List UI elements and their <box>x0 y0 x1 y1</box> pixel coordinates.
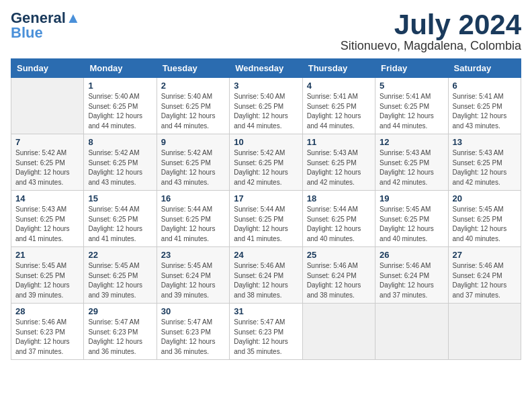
calendar-day-cell: 28Sunrise: 5:46 AMSunset: 6:23 PMDayligh… <box>11 304 84 360</box>
day-info: Sunrise: 5:47 AMSunset: 6:23 PMDaylight:… <box>234 318 298 357</box>
weekday-header-tuesday: Tuesday <box>157 59 229 78</box>
day-info: Sunrise: 5:46 AMSunset: 6:24 PMDaylight:… <box>453 261 517 300</box>
day-number: 24 <box>234 250 298 260</box>
day-info: Sunrise: 5:40 AMSunset: 6:25 PMDaylight:… <box>161 92 225 131</box>
day-info: Sunrise: 5:45 AMSunset: 6:25 PMDaylight:… <box>380 205 443 244</box>
day-info: Sunrise: 5:40 AMSunset: 6:25 PMDaylight:… <box>88 92 152 131</box>
day-info: Sunrise: 5:46 AMSunset: 6:24 PMDaylight:… <box>380 261 443 300</box>
calendar-week-row: 1Sunrise: 5:40 AMSunset: 6:25 PMDaylight… <box>11 78 521 134</box>
calendar-day-cell: 31Sunrise: 5:47 AMSunset: 6:23 PMDayligh… <box>230 304 302 360</box>
logo: General▲Blue <box>11 11 81 40</box>
day-info: Sunrise: 5:41 AMSunset: 6:25 PMDaylight:… <box>453 92 517 131</box>
calendar-day-cell: 20Sunrise: 5:45 AMSunset: 6:25 PMDayligh… <box>448 191 521 247</box>
calendar-day-cell: 8Sunrise: 5:42 AMSunset: 6:25 PMDaylight… <box>84 134 157 191</box>
day-info: Sunrise: 5:45 AMSunset: 6:25 PMDaylight:… <box>453 205 517 244</box>
day-number: 15 <box>88 193 152 203</box>
empty-day-cell <box>375 304 448 360</box>
day-info: Sunrise: 5:44 AMSunset: 6:25 PMDaylight:… <box>234 205 298 244</box>
day-number: 22 <box>88 250 152 260</box>
day-number: 31 <box>234 306 298 316</box>
day-info: Sunrise: 5:43 AMSunset: 6:25 PMDaylight:… <box>15 205 79 244</box>
day-number: 27 <box>453 250 517 260</box>
empty-day-cell <box>11 78 84 134</box>
weekday-header-sunday: Sunday <box>11 59 84 78</box>
weekday-header-thursday: Thursday <box>302 59 375 78</box>
day-number: 21 <box>15 250 79 260</box>
day-number: 7 <box>15 137 79 147</box>
day-info: Sunrise: 5:42 AMSunset: 6:25 PMDaylight:… <box>88 148 152 187</box>
weekday-header-wednesday: Wednesday <box>230 59 302 78</box>
day-number: 16 <box>161 193 225 203</box>
day-number: 1 <box>88 81 152 91</box>
calendar-day-cell: 2Sunrise: 5:40 AMSunset: 6:25 PMDaylight… <box>157 78 229 134</box>
day-number: 26 <box>380 250 443 260</box>
page-header: General▲Blue July 2024 Sitionuevo, Magda… <box>11 11 521 53</box>
calendar-day-cell: 17Sunrise: 5:44 AMSunset: 6:25 PMDayligh… <box>230 191 302 247</box>
calendar-week-row: 7Sunrise: 5:42 AMSunset: 6:25 PMDaylight… <box>11 134 521 191</box>
day-number: 8 <box>88 137 152 147</box>
day-info: Sunrise: 5:43 AMSunset: 6:25 PMDaylight:… <box>453 148 517 187</box>
weekday-header-monday: Monday <box>84 59 157 78</box>
day-number: 2 <box>161 81 225 91</box>
calendar-week-row: 21Sunrise: 5:45 AMSunset: 6:25 PMDayligh… <box>11 247 521 304</box>
weekday-header-saturday: Saturday <box>448 59 521 78</box>
calendar-day-cell: 13Sunrise: 5:43 AMSunset: 6:25 PMDayligh… <box>448 134 521 191</box>
day-info: Sunrise: 5:42 AMSunset: 6:25 PMDaylight:… <box>234 148 298 187</box>
day-number: 3 <box>234 81 298 91</box>
calendar-day-cell: 16Sunrise: 5:44 AMSunset: 6:25 PMDayligh… <box>157 191 229 247</box>
calendar-day-cell: 25Sunrise: 5:46 AMSunset: 6:24 PMDayligh… <box>302 247 375 304</box>
calendar-day-cell: 26Sunrise: 5:46 AMSunset: 6:24 PMDayligh… <box>375 247 448 304</box>
day-number: 30 <box>161 306 225 316</box>
calendar-day-cell: 22Sunrise: 5:45 AMSunset: 6:25 PMDayligh… <box>84 247 157 304</box>
day-info: Sunrise: 5:41 AMSunset: 6:25 PMDaylight:… <box>307 92 371 131</box>
day-number: 29 <box>88 306 152 316</box>
day-info: Sunrise: 5:44 AMSunset: 6:25 PMDaylight:… <box>307 205 371 244</box>
empty-day-cell <box>448 304 521 360</box>
calendar-day-cell: 14Sunrise: 5:43 AMSunset: 6:25 PMDayligh… <box>11 191 84 247</box>
calendar-week-row: 14Sunrise: 5:43 AMSunset: 6:25 PMDayligh… <box>11 191 521 247</box>
location-subtitle: Sitionuevo, Magdalena, Colombia <box>341 39 521 53</box>
day-number: 20 <box>453 193 517 203</box>
day-number: 12 <box>380 137 443 147</box>
calendar-week-row: 28Sunrise: 5:46 AMSunset: 6:23 PMDayligh… <box>11 304 521 360</box>
day-number: 13 <box>453 137 517 147</box>
calendar-day-cell: 23Sunrise: 5:45 AMSunset: 6:24 PMDayligh… <box>157 247 229 304</box>
day-info: Sunrise: 5:46 AMSunset: 6:23 PMDaylight:… <box>15 318 79 357</box>
calendar-day-cell: 4Sunrise: 5:41 AMSunset: 6:25 PMDaylight… <box>302 78 375 134</box>
day-number: 23 <box>161 250 225 260</box>
calendar-day-cell: 7Sunrise: 5:42 AMSunset: 6:25 PMDaylight… <box>11 134 84 191</box>
day-info: Sunrise: 5:45 AMSunset: 6:24 PMDaylight:… <box>161 261 225 300</box>
calendar-day-cell: 30Sunrise: 5:47 AMSunset: 6:23 PMDayligh… <box>157 304 229 360</box>
day-number: 17 <box>234 193 298 203</box>
day-info: Sunrise: 5:41 AMSunset: 6:25 PMDaylight:… <box>380 92 443 131</box>
weekday-header-friday: Friday <box>375 59 448 78</box>
weekday-header-row: SundayMondayTuesdayWednesdayThursdayFrid… <box>11 59 521 78</box>
empty-day-cell <box>302 304 375 360</box>
calendar-day-cell: 21Sunrise: 5:45 AMSunset: 6:25 PMDayligh… <box>11 247 84 304</box>
day-number: 10 <box>234 137 298 147</box>
day-number: 4 <box>307 81 371 91</box>
logo-blue: ▲ <box>66 9 81 26</box>
calendar-day-cell: 5Sunrise: 5:41 AMSunset: 6:25 PMDaylight… <box>375 78 448 134</box>
calendar-day-cell: 12Sunrise: 5:43 AMSunset: 6:25 PMDayligh… <box>375 134 448 191</box>
calendar-day-cell: 27Sunrise: 5:46 AMSunset: 6:24 PMDayligh… <box>448 247 521 304</box>
day-info: Sunrise: 5:42 AMSunset: 6:25 PMDaylight:… <box>161 148 225 187</box>
day-number: 25 <box>307 250 371 260</box>
calendar-day-cell: 24Sunrise: 5:46 AMSunset: 6:24 PMDayligh… <box>230 247 302 304</box>
day-info: Sunrise: 5:42 AMSunset: 6:25 PMDaylight:… <box>15 148 79 187</box>
day-number: 28 <box>15 306 79 316</box>
calendar-day-cell: 3Sunrise: 5:40 AMSunset: 6:25 PMDaylight… <box>230 78 302 134</box>
day-info: Sunrise: 5:46 AMSunset: 6:24 PMDaylight:… <box>307 261 371 300</box>
calendar-day-cell: 29Sunrise: 5:47 AMSunset: 6:23 PMDayligh… <box>84 304 157 360</box>
day-number: 9 <box>161 137 225 147</box>
day-number: 11 <box>307 137 371 147</box>
day-number: 18 <box>307 193 371 203</box>
day-info: Sunrise: 5:44 AMSunset: 6:25 PMDaylight:… <box>161 205 225 244</box>
calendar-day-cell: 9Sunrise: 5:42 AMSunset: 6:25 PMDaylight… <box>157 134 229 191</box>
day-info: Sunrise: 5:40 AMSunset: 6:25 PMDaylight:… <box>234 92 298 131</box>
day-number: 5 <box>380 81 443 91</box>
day-info: Sunrise: 5:45 AMSunset: 6:25 PMDaylight:… <box>88 261 152 300</box>
day-info: Sunrise: 5:45 AMSunset: 6:25 PMDaylight:… <box>15 261 79 300</box>
day-info: Sunrise: 5:47 AMSunset: 6:23 PMDaylight:… <box>161 318 225 357</box>
day-info: Sunrise: 5:46 AMSunset: 6:24 PMDaylight:… <box>234 261 298 300</box>
